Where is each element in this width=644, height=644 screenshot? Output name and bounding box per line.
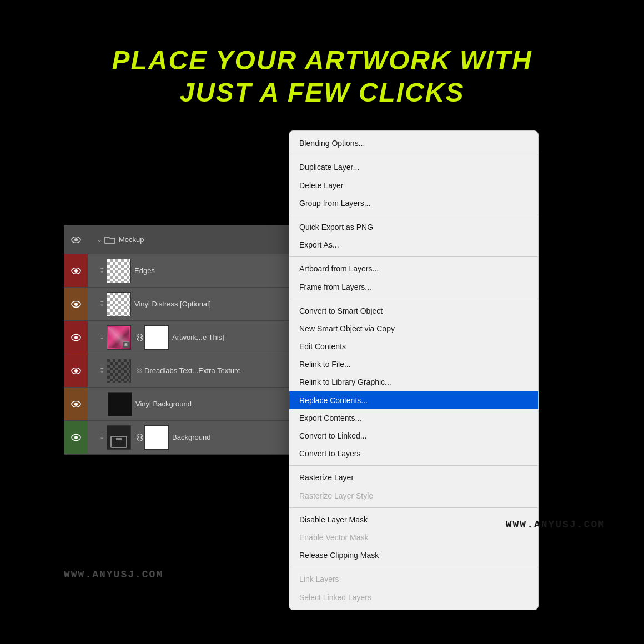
menu-disable-layer-mask[interactable]: Disable Layer Mask [289,511,538,529]
layer-thumb-bg-white [144,425,169,450]
layer-chain-bg: ⛓ [134,433,144,442]
menu-convert-linked[interactable]: Convert to Linked... [289,427,538,445]
watermark-left: WWW.ANYUSJ.COM [64,569,163,580]
layer-link-edges: ↧ [97,267,107,274]
layer-link-dreadlabs: ↧ [97,367,107,374]
menu-separator-3 [289,256,538,257]
menu-duplicate-layer[interactable]: Duplicate Layer... [289,158,538,176]
layer-eye-dreadlabs[interactable] [64,354,88,387]
layers-panel: ⌄ Mockup ↧ Edges [64,225,325,455]
menu-separator-4 [289,299,538,299]
layer-row-edges[interactable]: ↧ Edges [64,254,324,288]
layer-expand-arrow[interactable]: ⌄ [97,236,102,244]
svg-point-7 [74,336,78,339]
layer-chain-dreadlabs: ⛓ [134,368,144,374]
svg-point-11 [74,402,78,406]
menu-delete-layer[interactable]: Delete Layer [289,177,538,194]
layer-eye-mockup[interactable] [64,225,88,254]
menu-convert-layers[interactable]: Convert to Layers [289,445,538,462]
watermark-right: WWW.ANYUSJ.COM [506,519,605,530]
layer-eye-vinyl-distress[interactable] [64,288,88,320]
layer-thumb-artwork-mask [144,325,169,350]
menu-select-linked-layers[interactable]: Select Linked Layers [289,588,538,606]
menu-group-from-layers[interactable]: Group from Layers... [289,194,538,212]
menu-blending-options[interactable]: Blending Options... [289,134,538,152]
layer-thumb-edges [107,259,131,283]
menu-edit-contents[interactable]: Edit Contents [289,338,538,355]
layer-thumb-vinyl-bg [108,392,132,416]
smart-badge: ⊞ [123,341,129,348]
layer-group-mockup[interactable]: ⌄ Mockup [64,225,324,254]
menu-replace-contents[interactable]: Replace Contents... [289,391,538,409]
main-area: ⌄ Mockup ↧ Edges [0,130,644,608]
menu-convert-smart-object[interactable]: Convert to Smart Object [289,302,538,320]
layer-row-vinyl-bg[interactable]: Vinyl Background [64,388,324,421]
layer-thumb-artwork-main: ⊞ [107,325,131,350]
menu-rasterize-layer-style[interactable]: Rasterize Layer Style [289,487,538,505]
layer-row-dreadlabs[interactable]: ↧ ⛓ Dreadlabs Text...Extra Texture [64,354,324,388]
menu-frame-from-layers[interactable]: Frame from Layers... [289,278,538,296]
menu-release-clipping-mask[interactable]: Release Clipping Mask [289,546,538,564]
layer-eye-edges[interactable] [64,254,88,287]
headline-line2: JUST A FEW CLICKS [179,78,464,107]
svg-point-5 [74,303,78,306]
layer-link-background: ↧ [97,434,107,441]
layer-eye-artwork[interactable] [64,321,88,354]
svg-point-1 [74,238,78,242]
layer-link-vinyl: ↧ [97,300,107,308]
menu-relink-file[interactable]: Relink to File... [289,355,538,373]
monitor-shape [110,436,127,448]
layer-row-vinyl-distress[interactable]: ↧ Vinyl Distress [Optional] [64,288,324,321]
layer-thumb-bg-monitor [107,425,131,450]
layer-thumb-vinyl-distress [107,292,131,316]
menu-separator-1 [289,155,538,155]
menu-relink-library[interactable]: Relink to Library Graphic... [289,373,538,391]
menu-export-contents[interactable]: Export Contents... [289,409,538,427]
menu-rasterize-layer[interactable]: Rasterize Layer [289,469,538,486]
menu-quick-export[interactable]: Quick Export as PNG [289,218,538,236]
menu-separator-5 [289,465,538,466]
layer-thumb-dreadlabs [107,359,131,383]
menu-artboard-from-layers[interactable]: Artboard from Layers... [289,260,538,278]
context-menu: Blending Options... Duplicate Layer... D… [289,130,539,610]
menu-export-as[interactable]: Export As... [289,236,538,254]
layer-row-artwork[interactable]: ↧ ⊞ ⛓ Artwork...e This] ⊞ [64,321,324,354]
layer-row-background[interactable]: ↧ ⛓ Background [64,421,324,454]
svg-point-9 [74,369,78,373]
layer-chain-icon: ⛓ [134,333,144,342]
headline-text: PLACE YOUR ARTWORK WITH JUST A FEW CLICK… [0,44,644,108]
svg-point-13 [74,436,78,439]
menu-separator-6 [289,507,538,508]
layer-eye-background[interactable] [64,421,88,454]
menu-separator-7 [289,567,538,567]
layer-folder-icon [104,235,115,244]
menu-separator-2 [289,215,538,215]
layer-link-artwork: ↧ [97,334,107,341]
headline-section: PLACE YOUR ARTWORK WITH JUST A FEW CLICK… [0,0,644,130]
menu-link-layers[interactable]: Link Layers [289,570,538,588]
headline-line1: PLACE YOUR ARTWORK WITH [112,46,532,75]
menu-enable-vector-mask[interactable]: Enable Vector Mask [289,529,538,546]
menu-new-smart-object-copy[interactable]: New Smart Object via Copy [289,320,538,338]
svg-point-3 [74,269,78,273]
layer-eye-vinyl-bg[interactable] [64,388,88,420]
